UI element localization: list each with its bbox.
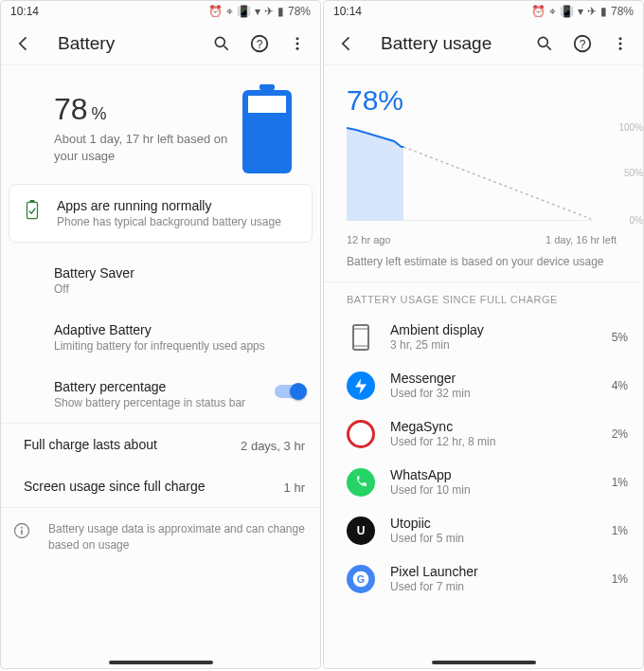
app-row[interactable]: MessengerUsed for 32 min4% [324,361,643,409]
app-name: Ambient display [390,322,612,337]
back-button[interactable] [9,28,39,59]
svg-rect-7 [259,84,275,90]
app-sub: Used for 7 min [390,580,612,593]
battery-chart[interactable]: 100% 50% 0% 12 hr ago 1 day, 16 hr left [347,126,617,230]
svg-point-15 [538,37,547,46]
pct-toggle-title: Battery percentage [54,379,305,394]
pct-toggle-sub: Show battery percentage in status bar [54,396,305,409]
nav-handle[interactable] [109,661,213,664]
status-bar: 10:14 ⏰ ⌖ 📳 ▾ ✈ ▮ 78% [324,1,643,22]
battery-estimate-text: About 1 day, 17 hr left based on your us… [54,131,243,165]
app-row[interactable]: MMegaSyncUsed for 12 hr, 8 min2% [324,409,643,458]
battery-saver-sub: Off [54,282,305,296]
app-bar: Battery ? [1,22,320,65]
full-charge-row[interactable]: Full charge lasts about 2 days, 3 hr [1,424,320,465]
adaptive-sub: Limiting battery for infrequently used a… [54,339,305,353]
app-icon: G [347,565,375,593]
card-subtitle: Phone has typical background battery usa… [57,215,298,228]
app-sub: Used for 5 min [390,532,612,545]
svg-point-13 [21,527,23,529]
adaptive-title: Adaptive Battery [54,322,305,337]
app-icon [347,468,375,497]
svg-point-0 [215,37,224,46]
page-title: Battery usage [381,33,522,54]
airplane-icon: ✈ [264,5,274,18]
app-row[interactable]: Ambient display3 hr, 25 min5% [324,313,643,361]
status-icons: ⏰ ⌖ 📳 ▾ ✈ ▮ 78% [531,5,634,18]
usage-list-header: BATTERY USAGE SINCE FULL CHARGE [324,282,643,313]
status-time: 10:14 [333,5,362,18]
app-sub: 3 hr, 25 min [390,338,612,352]
screen-usage-title: Screen usage since full charge [24,479,305,494]
app-name: WhatsApp [390,467,612,482]
battery-icon: ▮ [277,5,284,18]
status-time: 10:14 [10,5,39,18]
app-name: Utopiic [390,516,612,531]
battery-saver-row[interactable]: Battery Saver Off [1,252,320,309]
status-battery-pct: 78% [611,5,634,18]
overflow-button[interactable] [282,28,313,59]
airplane-icon: ✈ [587,5,597,18]
info-icon [12,521,31,545]
app-name: MegaSync [390,419,612,434]
overflow-button[interactable] [605,28,635,59]
adaptive-battery-row[interactable]: Adaptive Battery Limiting battery for in… [1,309,320,366]
app-icon [347,372,375,400]
app-name: Pixel Launcher [390,564,612,579]
chart-x-left: 12 hr ago [347,234,390,245]
full-charge-value: 2 days, 3 hr [241,439,305,453]
info-footer: Battery usage data is approximate and ca… [1,508,320,567]
app-name: Messenger [390,371,612,386]
svg-point-20 [619,42,622,45]
svg-text:?: ? [580,37,586,50]
svg-rect-11 [30,200,35,202]
app-pct: 1% [612,524,628,537]
battery-icon: ▮ [600,5,607,18]
app-sub: Used for 10 min [390,483,612,497]
app-icon: M [347,420,375,448]
nav-handle[interactable] [432,661,536,664]
search-button[interactable] [529,28,560,59]
app-row[interactable]: WhatsAppUsed for 10 min1% [324,458,643,506]
page-title: Battery [58,33,199,54]
search-button[interactable] [206,28,237,59]
status-icons: ⏰ ⌖ 📳 ▾ ✈ ▮ 78% [208,5,311,18]
battery-percentage-row[interactable]: Battery percentage Show battery percenta… [1,366,320,423]
svg-point-5 [296,42,299,45]
svg-rect-24 [353,329,368,346]
usage-list: Ambient display3 hr, 25 min5%MessengerUs… [324,313,643,603]
app-pct: 1% [612,476,628,489]
battery-usage-screen: 10:14 ⏰ ⌖ 📳 ▾ ✈ ▮ 78% Battery usage ? 78… [323,0,644,669]
app-sub: Used for 12 hr, 8 min [390,435,612,448]
svg-line-16 [547,45,551,49]
screen-usage-row[interactable]: Screen usage since full charge 1 hr [1,465,320,507]
alarm-icon: ⏰ [208,5,223,18]
svg-point-4 [296,37,299,40]
battery-pct-symbol: % [92,104,107,124]
battery-settings-screen: 10:14 ⏰ ⌖ 📳 ▾ ✈ ▮ 78% Battery ? 78 [0,0,321,669]
battery-ok-icon [23,200,42,225]
svg-text:?: ? [257,37,263,50]
svg-point-6 [296,46,299,49]
battery-pct-number: 78 [54,92,88,127]
vibrate-icon: 📳 [560,5,574,18]
vibrate-icon: 📳 [237,5,251,18]
wifi-icon: ▾ [578,5,583,18]
back-button[interactable] [331,28,362,59]
app-row[interactable]: UUtopiicUsed for 5 min1% [324,506,643,554]
svg-point-19 [619,37,622,40]
battery-percentage-switch[interactable] [275,383,307,400]
screen-usage-value: 1 hr [284,481,305,495]
help-button[interactable]: ? [244,28,275,59]
card-title: Apps are running normally [57,198,298,213]
battery-large-icon [237,84,297,179]
chart-y0: 0% [630,215,643,226]
app-icon: U [347,517,375,545]
status-battery-pct: 78% [288,5,311,18]
svg-line-1 [224,45,228,49]
app-row[interactable]: GPixel LauncherUsed for 7 min1% [324,554,643,603]
help-button[interactable]: ? [567,28,598,59]
location-icon: ⌖ [226,5,233,18]
apps-status-card[interactable]: Apps are running normally Phone has typi… [9,184,313,243]
alarm-icon: ⏰ [531,5,546,18]
